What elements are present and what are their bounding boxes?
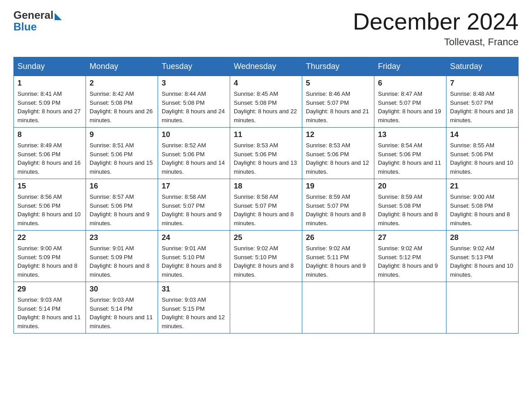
day-number: 19 [306,182,370,191]
calendar-cell: 18Sunrise: 8:58 AMSunset: 5:07 PMDayligh… [230,179,302,231]
day-number: 22 [17,233,82,242]
calendar-cell: 14Sunrise: 8:55 AMSunset: 5:06 PMDayligh… [446,128,519,179]
day-info: Sunrise: 8:59 AMSunset: 5:07 PMDaylight:… [306,193,370,227]
column-header-monday: Monday [86,57,158,76]
logo-blue-text: Blue [13,21,37,33]
calendar-cell: 12Sunrise: 8:53 AMSunset: 5:06 PMDayligh… [302,128,374,179]
day-number: 3 [162,79,226,88]
calendar-cell [446,282,519,334]
calendar-week-row: 15Sunrise: 8:56 AMSunset: 5:06 PMDayligh… [14,179,519,231]
day-number: 17 [162,182,226,191]
day-number: 21 [450,182,515,191]
calendar-cell: 6Sunrise: 8:47 AMSunset: 5:07 PMDaylight… [374,76,446,128]
day-info: Sunrise: 9:02 AMSunset: 5:12 PMDaylight:… [378,244,442,279]
calendar-week-row: 1Sunrise: 8:41 AMSunset: 5:09 PMDaylight… [14,76,519,128]
logo-arrow-icon [55,13,62,20]
day-info: Sunrise: 9:03 AMSunset: 5:14 PMDaylight:… [17,295,82,330]
calendar-cell: 3Sunrise: 8:44 AMSunset: 5:08 PMDaylight… [158,76,230,128]
day-number: 6 [378,79,442,88]
day-number: 20 [378,182,442,191]
calendar-cell: 5Sunrise: 8:46 AMSunset: 5:07 PMDaylight… [302,76,374,128]
day-number: 9 [90,130,154,139]
day-info: Sunrise: 8:48 AMSunset: 5:07 PMDaylight:… [450,90,515,124]
calendar-week-row: 8Sunrise: 8:49 AMSunset: 5:06 PMDaylight… [14,128,519,179]
calendar-cell: 22Sunrise: 9:00 AMSunset: 5:09 PMDayligh… [14,231,86,282]
calendar-cell [374,282,446,334]
calendar-cell: 1Sunrise: 8:41 AMSunset: 5:09 PMDaylight… [14,76,86,128]
day-info: Sunrise: 9:01 AMSunset: 5:09 PMDaylight:… [90,244,154,279]
calendar-title: December 2024 [353,9,519,34]
calendar-cell: 24Sunrise: 9:01 AMSunset: 5:10 PMDayligh… [158,231,230,282]
column-header-wednesday: Wednesday [230,57,302,76]
day-info: Sunrise: 8:53 AMSunset: 5:06 PMDaylight:… [306,141,370,176]
calendar-cell: 19Sunrise: 8:59 AMSunset: 5:07 PMDayligh… [302,179,374,231]
day-number: 16 [90,182,154,191]
day-info: Sunrise: 9:00 AMSunset: 5:09 PMDaylight:… [17,244,82,279]
day-info: Sunrise: 8:46 AMSunset: 5:07 PMDaylight:… [306,90,370,124]
day-number: 30 [90,285,154,294]
day-info: Sunrise: 8:58 AMSunset: 5:07 PMDaylight:… [234,193,298,227]
day-number: 4 [234,79,298,88]
day-number: 1 [17,79,82,88]
calendar-cell: 8Sunrise: 8:49 AMSunset: 5:06 PMDaylight… [14,128,86,179]
day-number: 27 [378,233,442,242]
day-number: 2 [90,79,154,88]
column-header-saturday: Saturday [446,57,519,76]
day-info: Sunrise: 8:42 AMSunset: 5:08 PMDaylight:… [90,90,154,124]
calendar-subtitle: Tollevast, France [353,36,519,48]
day-info: Sunrise: 8:54 AMSunset: 5:06 PMDaylight:… [378,141,442,176]
calendar-table: SundayMondayTuesdayWednesdayThursdayFrid… [13,57,519,334]
calendar-cell: 27Sunrise: 9:02 AMSunset: 5:12 PMDayligh… [374,231,446,282]
calendar-cell: 30Sunrise: 9:03 AMSunset: 5:14 PMDayligh… [86,282,158,334]
column-header-friday: Friday [374,57,446,76]
day-info: Sunrise: 8:49 AMSunset: 5:06 PMDaylight:… [17,141,82,176]
day-number: 13 [378,130,442,139]
day-info: Sunrise: 8:56 AMSunset: 5:06 PMDaylight:… [17,193,82,227]
day-info: Sunrise: 8:59 AMSunset: 5:08 PMDaylight:… [378,193,442,227]
calendar-cell [302,282,374,334]
column-header-thursday: Thursday [302,57,374,76]
calendar-cell: 15Sunrise: 8:56 AMSunset: 5:06 PMDayligh… [14,179,86,231]
calendar-week-row: 22Sunrise: 9:00 AMSunset: 5:09 PMDayligh… [14,231,519,282]
day-number: 31 [162,285,226,294]
day-info: Sunrise: 8:51 AMSunset: 5:06 PMDaylight:… [90,141,154,176]
day-number: 23 [90,233,154,242]
calendar-cell: 17Sunrise: 8:58 AMSunset: 5:07 PMDayligh… [158,179,230,231]
calendar-cell: 11Sunrise: 8:53 AMSunset: 5:06 PMDayligh… [230,128,302,179]
day-number: 29 [17,285,82,294]
calendar-cell [230,282,302,334]
column-header-tuesday: Tuesday [158,57,230,76]
calendar-cell: 21Sunrise: 9:00 AMSunset: 5:08 PMDayligh… [446,179,519,231]
day-number: 25 [234,233,298,242]
day-number: 26 [306,233,370,242]
day-number: 5 [306,79,370,88]
calendar-cell: 28Sunrise: 9:02 AMSunset: 5:13 PMDayligh… [446,231,519,282]
day-number: 15 [17,182,82,191]
day-info: Sunrise: 9:03 AMSunset: 5:14 PMDaylight:… [90,295,154,330]
calendar-cell: 2Sunrise: 8:42 AMSunset: 5:08 PMDaylight… [86,76,158,128]
day-info: Sunrise: 8:58 AMSunset: 5:07 PMDaylight:… [162,193,226,227]
calendar-header-row: SundayMondayTuesdayWednesdayThursdayFrid… [14,57,519,76]
day-number: 24 [162,233,226,242]
day-info: Sunrise: 9:02 AMSunset: 5:10 PMDaylight:… [234,244,298,279]
day-info: Sunrise: 8:57 AMSunset: 5:06 PMDaylight:… [90,193,154,227]
day-info: Sunrise: 9:00 AMSunset: 5:08 PMDaylight:… [450,193,515,227]
calendar-cell: 7Sunrise: 8:48 AMSunset: 5:07 PMDaylight… [446,76,519,128]
day-info: Sunrise: 9:02 AMSunset: 5:11 PMDaylight:… [306,244,370,279]
calendar-cell: 9Sunrise: 8:51 AMSunset: 5:06 PMDaylight… [86,128,158,179]
day-info: Sunrise: 8:52 AMSunset: 5:06 PMDaylight:… [162,141,226,176]
calendar-cell: 13Sunrise: 8:54 AMSunset: 5:06 PMDayligh… [374,128,446,179]
day-number: 10 [162,130,226,139]
calendar-cell: 25Sunrise: 9:02 AMSunset: 5:10 PMDayligh… [230,231,302,282]
day-info: Sunrise: 9:03 AMSunset: 5:15 PMDaylight:… [162,295,226,330]
page-header: General Blue December 2024 Tollevast, Fr… [13,9,519,48]
day-number: 18 [234,182,298,191]
calendar-cell: 29Sunrise: 9:03 AMSunset: 5:14 PMDayligh… [14,282,86,334]
day-info: Sunrise: 8:47 AMSunset: 5:07 PMDaylight:… [378,90,442,124]
day-number: 8 [17,130,82,139]
column-header-sunday: Sunday [14,57,86,76]
day-info: Sunrise: 8:45 AMSunset: 5:08 PMDaylight:… [234,90,298,124]
day-number: 28 [450,233,515,242]
calendar-cell: 16Sunrise: 8:57 AMSunset: 5:06 PMDayligh… [86,179,158,231]
day-info: Sunrise: 9:01 AMSunset: 5:10 PMDaylight:… [162,244,226,279]
